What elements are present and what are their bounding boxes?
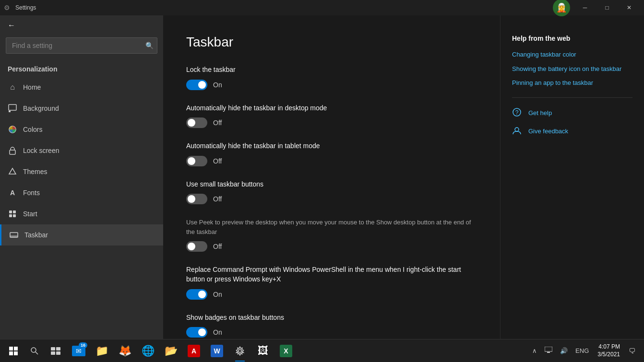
taskbar-app-mail[interactable]: ✉ 16 (67, 339, 90, 362)
svg-rect-6 (9, 214, 12, 217)
setting-hide-tablet: Automatically hide the taskbar in tablet… (186, 141, 477, 166)
main-content: Taskbar Lock the taskbar On Automaticall… (163, 15, 500, 339)
feedback-action[interactable]: Give feedback (512, 126, 632, 137)
svg-rect-21 (51, 351, 55, 355)
hide-desktop-status: Off (213, 119, 222, 127)
taskbar-app-word[interactable]: W (205, 339, 228, 362)
firefox-icon: 🦊 (119, 345, 131, 357)
background-icon (8, 104, 17, 113)
sidebar-item-fonts[interactable]: A Fonts (0, 182, 163, 203)
get-help-label: Get help (528, 109, 552, 117)
maximize-button[interactable]: □ (596, 0, 618, 15)
svg-rect-13 (9, 347, 13, 350)
mail-badge: 16 (79, 342, 87, 348)
language-label[interactable]: ENG (572, 345, 592, 356)
get-help-action[interactable]: ? Get help (512, 107, 632, 119)
svg-rect-4 (9, 210, 12, 213)
taskview-icon (51, 347, 60, 355)
svg-rect-20 (56, 347, 60, 350)
help-link-pinning[interactable]: Pinning an app to the taskbar (512, 78, 632, 88)
clock-time: 4:07 PM (597, 343, 620, 351)
badges-toggle-row: On (186, 327, 477, 338)
svg-rect-25 (547, 352, 550, 353)
taskbar-search-button[interactable] (25, 341, 44, 361)
help-link-changing-color[interactable]: Changing taskbar color (512, 50, 632, 59)
word-icon: W (211, 345, 223, 357)
lock-taskbar-toggle[interactable] (186, 80, 207, 90)
window-title: Settings (15, 4, 553, 11)
peek-toggle[interactable] (186, 241, 207, 252)
sidebar-item-home[interactable]: ⌂ Home (0, 77, 163, 98)
hide-desktop-toggle-row: Off (186, 117, 477, 128)
excel-icon: X (280, 345, 292, 357)
svg-rect-3 (10, 150, 15, 154)
hide-tablet-toggle[interactable] (186, 156, 207, 166)
sidebar-section-title: Personalization (0, 59, 163, 77)
tray-arrow-icon[interactable]: ∧ (529, 345, 540, 356)
close-button[interactable]: ✕ (618, 0, 640, 15)
sidebar-item-start[interactable]: Start (0, 203, 163, 224)
badges-toggle[interactable] (186, 327, 207, 338)
peek-toggle-row: Off (186, 241, 477, 252)
taskbar-app-edge[interactable]: 🌐 (136, 339, 159, 362)
notification-center-icon[interactable]: 🗨 (626, 345, 638, 357)
colors-icon (8, 125, 17, 134)
svg-point-17 (31, 348, 36, 352)
sidebar-item-label-taskbar: Taskbar (24, 231, 48, 239)
settings-window-icon: ⚙ (4, 4, 12, 12)
volume-icon[interactable]: 🔊 (557, 345, 571, 356)
sidebar-item-background[interactable]: Background (0, 98, 163, 119)
search-input[interactable] (6, 37, 157, 54)
sidebar-item-label-fonts: Fonts (23, 189, 40, 197)
setting-peek: Use Peek to preview the desktop when you… (186, 218, 477, 252)
toggle-knob (188, 243, 195, 250)
sidebar-item-lock-screen[interactable]: Lock screen (0, 140, 163, 161)
start-button[interactable] (2, 339, 25, 362)
back-button[interactable]: ← (0, 15, 163, 35)
minimize-button[interactable]: ─ (574, 0, 596, 15)
search-container: 🔍 (6, 37, 157, 54)
svg-rect-16 (14, 351, 18, 355)
taskbar-app-explorer[interactable]: 📁 (90, 339, 113, 362)
help-divider (512, 97, 632, 98)
svg-point-23 (239, 350, 241, 352)
window-controls: ─ □ ✕ (574, 0, 640, 15)
svg-line-18 (36, 352, 38, 354)
toggle-knob (198, 81, 206, 89)
network-monitor-icon[interactable] (542, 345, 555, 357)
lock-taskbar-toggle-row: On (186, 80, 477, 90)
replace-cmd-status: On (213, 291, 222, 298)
toggle-knob (188, 157, 195, 165)
system-clock[interactable]: 4:07 PM 3/5/2021 (594, 341, 624, 360)
taskbar-app-files[interactable]: 📂 (159, 339, 182, 362)
sidebar-item-label-themes: Themes (23, 168, 48, 175)
svg-rect-15 (9, 351, 13, 355)
user-avatar[interactable]: 🧝 (553, 0, 570, 16)
help-panel: Help from the web Changing taskbar color… (500, 15, 644, 339)
toggle-knob (198, 328, 206, 336)
sidebar-item-taskbar[interactable]: Taskbar (0, 224, 163, 245)
small-buttons-toggle[interactable] (186, 194, 207, 204)
setting-small-buttons-label: Use small taskbar buttons (186, 180, 477, 189)
svg-text:?: ? (515, 109, 519, 116)
help-panel-title: Help from the web (512, 35, 632, 42)
replace-cmd-toggle-row: On (186, 289, 477, 300)
taskview-button[interactable] (44, 339, 67, 362)
sidebar-item-themes[interactable]: Themes (0, 161, 163, 182)
setting-hide-desktop-label: Automatically hide the taskbar in deskto… (186, 104, 477, 113)
badges-status: On (213, 328, 222, 336)
taskbar-app-photos[interactable]: 🖼 (251, 339, 274, 362)
svg-rect-0 (9, 105, 16, 110)
windows-taskbar: ✉ 16 📁 🦊 🌐 📂 A W (0, 339, 644, 362)
taskbar-app-firefox[interactable]: 🦊 (113, 339, 136, 362)
replace-cmd-toggle[interactable] (186, 289, 207, 300)
taskbar-app-acrobat[interactable]: A (182, 339, 205, 362)
page-title: Taskbar (186, 35, 477, 50)
taskbar-app-excel[interactable]: X (274, 339, 298, 362)
svg-point-12 (515, 128, 519, 131)
help-link-battery-icon[interactable]: Showing the battery icon on the taskbar (512, 64, 632, 74)
taskbar-app-settings[interactable] (228, 339, 251, 362)
sidebar-item-colors[interactable]: Colors (0, 119, 163, 140)
hide-desktop-toggle[interactable] (186, 117, 207, 128)
search-icon: 🔍 (145, 42, 154, 49)
